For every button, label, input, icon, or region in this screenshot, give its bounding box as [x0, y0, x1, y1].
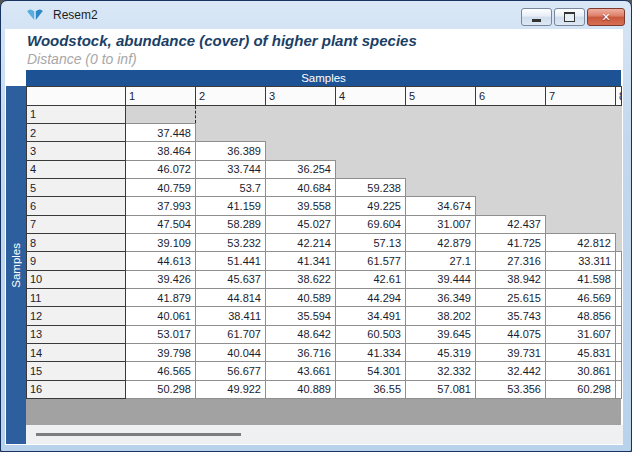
matrix-cell-empty[interactable] [546, 123, 616, 141]
matrix-cell[interactable]: 33.744 [196, 160, 266, 178]
row-header[interactable]: 1 [27, 105, 126, 123]
matrix-cell[interactable]: 33.311 [546, 252, 616, 270]
matrix-cell[interactable]: 49.225 [336, 197, 406, 215]
matrix-cell-empty[interactable] [546, 160, 616, 178]
matrix-cell[interactable]: 40.061 [126, 307, 196, 325]
matrix-cell[interactable]: 36.254 [266, 160, 336, 178]
matrix-cell[interactable]: 39.798 [126, 343, 196, 361]
horizontal-scrollbar-thumb[interactable] [36, 433, 241, 436]
matrix-cell[interactable]: 35.743 [476, 307, 546, 325]
matrix-cell[interactable]: 45.831 [546, 343, 616, 361]
matrix-cell[interactable]: 43.661 [266, 362, 336, 380]
matrix-cell[interactable]: 44.294 [336, 288, 406, 306]
matrix-cell[interactable]: 36.55 [336, 380, 406, 398]
matrix-cell-empty[interactable] [546, 142, 616, 160]
matrix-cell[interactable]: 42.214 [266, 233, 336, 251]
matrix-cell[interactable]: 48.642 [266, 325, 336, 343]
matrix-cell[interactable]: 41.334 [336, 343, 406, 361]
matrix-cell-empty[interactable] [476, 197, 546, 215]
matrix-cell-empty[interactable] [476, 160, 546, 178]
matrix-cell[interactable]: 38.622 [266, 270, 336, 288]
matrix-cell-empty[interactable] [476, 105, 546, 123]
matrix-cell-empty[interactable] [546, 178, 616, 196]
matrix-cell-empty[interactable] [616, 197, 622, 215]
matrix-cell[interactable]: 45.319 [406, 343, 476, 361]
matrix-cell[interactable] [616, 325, 622, 343]
column-header[interactable]: 7 [546, 87, 616, 106]
matrix-cell[interactable]: 31.007 [406, 215, 476, 233]
matrix-cell-empty[interactable] [546, 197, 616, 215]
matrix-cell[interactable]: 39.109 [126, 233, 196, 251]
row-header[interactable]: 9 [27, 252, 126, 270]
row-header[interactable]: 10 [27, 270, 126, 288]
matrix-cell[interactable]: 44.814 [196, 288, 266, 306]
matrix-cell-empty[interactable] [406, 178, 476, 196]
matrix-cell-empty[interactable] [336, 142, 406, 160]
row-header[interactable]: 11 [27, 288, 126, 306]
matrix-cell[interactable]: 44.613 [126, 252, 196, 270]
row-header[interactable]: 3 [27, 142, 126, 160]
column-header[interactable]: 6 [476, 87, 546, 106]
matrix-cell[interactable]: 25.615 [476, 288, 546, 306]
matrix-cell[interactable]: 39.426 [126, 270, 196, 288]
matrix-cell[interactable]: 42.61 [336, 270, 406, 288]
matrix-cell[interactable]: 60.298 [546, 380, 616, 398]
matrix-cell[interactable]: 41.598 [546, 270, 616, 288]
matrix-cell-empty[interactable] [616, 142, 622, 160]
row-header[interactable]: 2 [27, 123, 126, 141]
matrix-cell[interactable]: 45.027 [266, 215, 336, 233]
matrix-cell[interactable]: 59.238 [336, 178, 406, 196]
matrix-cell-empty[interactable] [406, 142, 476, 160]
matrix-cell-empty[interactable] [196, 105, 266, 123]
row-header[interactable]: 15 [27, 362, 126, 380]
matrix-cell[interactable]: 35.594 [266, 307, 336, 325]
matrix-cell[interactable]: 39.558 [266, 197, 336, 215]
matrix-cell[interactable] [616, 288, 622, 306]
matrix-cell[interactable]: 37.993 [126, 197, 196, 215]
matrix-cell[interactable]: 45.637 [196, 270, 266, 288]
matrix-cell[interactable]: 61.577 [336, 252, 406, 270]
maximize-button[interactable] [554, 8, 585, 26]
matrix-cell[interactable]: 40.684 [266, 178, 336, 196]
matrix-cell[interactable]: 40.044 [196, 343, 266, 361]
matrix-cell[interactable] [616, 362, 622, 380]
matrix-cell[interactable]: 31.607 [546, 325, 616, 343]
matrix-cell[interactable]: 39.444 [406, 270, 476, 288]
matrix-cell[interactable]: 54.301 [336, 362, 406, 380]
matrix-cell-empty[interactable] [266, 142, 336, 160]
matrix-cell[interactable]: 38.202 [406, 307, 476, 325]
matrix-cell[interactable]: 38.464 [126, 142, 196, 160]
matrix-cell-empty[interactable] [616, 160, 622, 178]
matrix-cell[interactable]: 69.604 [336, 215, 406, 233]
column-header[interactable]: 2 [196, 87, 266, 106]
matrix-cell[interactable]: 36.716 [266, 343, 336, 361]
matrix-cell[interactable]: 39.731 [476, 343, 546, 361]
matrix-cell[interactable]: 57.081 [406, 380, 476, 398]
selected-cell[interactable] [126, 105, 196, 123]
column-header[interactable]: 5 [406, 87, 476, 106]
matrix-cell[interactable]: 44.075 [476, 325, 546, 343]
matrix-cell-empty[interactable] [616, 123, 622, 141]
matrix-cell[interactable]: 46.072 [126, 160, 196, 178]
matrix-cell-empty[interactable] [546, 215, 616, 233]
matrix-cell-empty[interactable] [406, 105, 476, 123]
matrix-cell[interactable]: 42.437 [476, 215, 546, 233]
matrix-cell[interactable]: 36.349 [406, 288, 476, 306]
matrix-cell[interactable] [616, 380, 622, 398]
matrix-cell[interactable]: 38.411 [196, 307, 266, 325]
matrix-cell-empty[interactable] [266, 105, 336, 123]
row-header[interactable]: 16 [27, 380, 126, 398]
matrix-cell[interactable]: 42.812 [546, 233, 616, 251]
matrix-cell[interactable]: 41.159 [196, 197, 266, 215]
corner-header-cell[interactable] [27, 87, 126, 106]
matrix-cell[interactable]: 56.677 [196, 362, 266, 380]
matrix-cell-empty[interactable] [616, 215, 622, 233]
matrix-cell-empty[interactable] [336, 123, 406, 141]
matrix-cell[interactable]: 30.861 [546, 362, 616, 380]
matrix-cell[interactable]: 53.232 [196, 233, 266, 251]
matrix-cell[interactable]: 40.889 [266, 380, 336, 398]
matrix-cell-empty[interactable] [266, 123, 336, 141]
matrix-cell[interactable]: 49.922 [196, 380, 266, 398]
matrix-cell[interactable] [616, 252, 622, 270]
matrix-cell[interactable]: 60.503 [336, 325, 406, 343]
